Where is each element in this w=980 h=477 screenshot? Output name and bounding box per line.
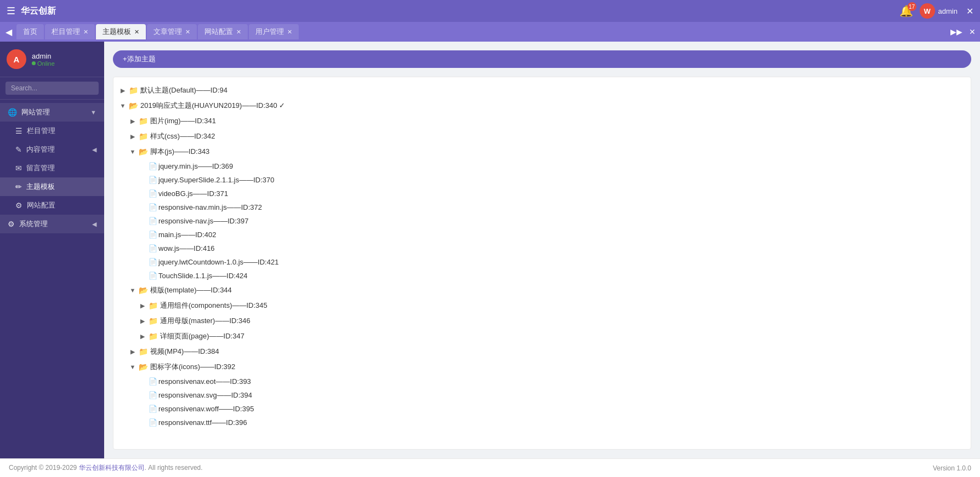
- tab-theme[interactable]: 主题模板 ✕: [96, 24, 146, 39]
- sidebar-user-status: Online: [32, 60, 55, 67]
- tab-column[interactable]: 栏目管理 ✕: [45, 24, 95, 39]
- main-layout: A admin Online 🌐 网站管理 ▼: [0, 42, 980, 458]
- footer-company-link[interactable]: 华云创新科技有限公司: [79, 464, 145, 472]
- tree-node-label: 通用组件(components)——ID:345: [160, 301, 267, 311]
- search-input[interactable]: [5, 82, 99, 95]
- tab-site-label: 网站配置: [204, 27, 233, 37]
- tree-row[interactable]: 📄responsivenav.svg——ID:394: [113, 388, 971, 402]
- tab-site-close[interactable]: ✕: [236, 28, 241, 36]
- tree-toggle-icon[interactable]: ▼: [129, 287, 136, 294]
- file-icon: 📄: [149, 176, 156, 184]
- tree-node-label: 脚本(js)——ID:343: [150, 147, 209, 157]
- tree-toggle-icon[interactable]: ▼: [119, 102, 127, 109]
- tree-toggle-icon[interactable]: ▶: [139, 302, 146, 309]
- tree-toggle-icon[interactable]: ▶: [119, 87, 127, 94]
- tree-row[interactable]: 📄jquery.SuperSlide.2.1.1.js——ID:370: [113, 173, 971, 187]
- tree-row[interactable]: ▶📁图片(img)——ID:341: [113, 113, 971, 129]
- folder-icon: 📁: [149, 301, 158, 310]
- tab-home-label: 首页: [23, 27, 37, 37]
- tab-forward-icon[interactable]: ▶▶: [948, 26, 965, 37]
- column-mgmt-label: 栏目管理: [27, 126, 55, 136]
- sidebar-avatar: A: [7, 49, 26, 69]
- site-config-label: 网站配置: [27, 200, 55, 210]
- footer: Copyright © 2019-2029 华云创新科技有限公司. All ri…: [0, 458, 980, 477]
- tab-theme-label: 主题模板: [102, 27, 131, 37]
- menu-group-website: 🌐 网站管理 ▼ ☰ 栏目管理 ✎ 内容管理 ◀ ✉: [0, 103, 104, 215]
- header-close-icon[interactable]: ✕: [966, 6, 973, 16]
- folder-icon: 📁: [129, 86, 138, 95]
- msg-mgmt-label: 留言管理: [26, 163, 55, 173]
- tree-row[interactable]: 📄jquery.lwtCountdown-1.0.js——ID:421: [113, 255, 971, 269]
- tree-node-label: responsivenav.eot——ID:393: [158, 377, 251, 386]
- tab-article[interactable]: 文章管理 ✕: [147, 24, 197, 39]
- tree-toggle-icon[interactable]: ▶: [129, 118, 136, 125]
- tree-row[interactable]: ▶📁视频(MP4)——ID:384: [113, 344, 971, 359]
- tree-toggle-icon[interactable]: ▶: [129, 348, 136, 355]
- tree-row[interactable]: 📄responsive-nav.min.js——ID:372: [113, 200, 971, 214]
- tree-row[interactable]: 📄responsivenav.eot——ID:393: [113, 375, 971, 388]
- tree-row[interactable]: 📄main.js——ID:402: [113, 228, 971, 242]
- sidebar-item-content-mgmt[interactable]: ✎ 内容管理 ◀: [0, 140, 104, 159]
- sidebar-item-theme-tpl[interactable]: ✏ 主题模板: [0, 177, 104, 196]
- folder-icon: 📁: [139, 132, 148, 141]
- tree-row[interactable]: ▼📂2019响应式主题(HUAYUN2019)——ID:340 ✓: [113, 98, 971, 113]
- tree-toggle-icon[interactable]: ▶: [139, 318, 146, 325]
- tree-row[interactable]: ▶📁通用母版(master)——ID:346: [113, 313, 971, 329]
- tree-row[interactable]: 📄videoBG.js——ID:371: [113, 187, 971, 200]
- add-theme-button[interactable]: +添加主题: [113, 50, 971, 68]
- tab-article-close[interactable]: ✕: [185, 28, 190, 36]
- brand-title: 华云创新: [21, 5, 56, 17]
- tab-user-close[interactable]: ✕: [287, 28, 292, 36]
- tab-user[interactable]: 用户管理 ✕: [249, 24, 299, 39]
- tree-row[interactable]: ▼📂脚本(js)——ID:343: [113, 144, 971, 159]
- tree-row[interactable]: 📄responsivenav.ttf——ID:396: [113, 416, 971, 429]
- tree-row[interactable]: 📄wow.js——ID:416: [113, 242, 971, 255]
- sidebar-item-website[interactable]: 🌐 网站管理 ▼: [0, 103, 104, 122]
- user-info-top[interactable]: W admin: [920, 3, 958, 19]
- tree-row[interactable]: ▼📂图标字体(icons)——ID:392: [113, 359, 971, 375]
- tree-row[interactable]: 📄responsivenav.woff——ID:395: [113, 402, 971, 416]
- site-icon: ⚙: [15, 201, 22, 210]
- tree-toggle-icon[interactable]: ▼: [129, 148, 136, 155]
- tab-column-close[interactable]: ✕: [83, 28, 88, 36]
- tab-home[interactable]: 首页: [16, 24, 44, 39]
- tree-row[interactable]: 📄jquery.min.js——ID:369: [113, 159, 971, 173]
- system-arrow-icon: ◀: [92, 221, 96, 228]
- content-mgmt-label: 内容管理: [26, 145, 55, 154]
- tree-node-label: 视频(MP4)——ID:384: [150, 347, 219, 357]
- tree-row[interactable]: ▶📁样式(css)——ID:342: [113, 129, 971, 144]
- tree-row[interactable]: 📄TouchSlide.1.1.js——ID:424: [113, 269, 971, 283]
- folder-icon: 📁: [139, 117, 148, 125]
- tree-node-label: 图片(img)——ID:341: [150, 116, 216, 126]
- sidebar-item-msg-mgmt[interactable]: ✉ 留言管理: [0, 159, 104, 177]
- tree-node-label: main.js——ID:402: [158, 231, 216, 239]
- tab-close-all-icon[interactable]: ✕: [967, 26, 978, 37]
- tree-toggle-icon[interactable]: ▶: [129, 133, 136, 140]
- tree-row[interactable]: ▶📁通用组件(components)——ID:345: [113, 298, 971, 313]
- sidebar-user-name: admin: [32, 52, 55, 60]
- tree-toggle-icon[interactable]: ▼: [129, 364, 136, 370]
- sidebar-item-column-mgmt[interactable]: ☰ 栏目管理: [0, 122, 104, 140]
- folder-icon: 📂: [139, 147, 148, 156]
- sidebar-item-system[interactable]: ⚙ 系统管理 ◀: [0, 215, 104, 233]
- tree-node-label: responsivenav.woff——ID:395: [158, 405, 254, 413]
- tree-node-label: 默认主题(Default)——ID:94: [140, 85, 227, 95]
- file-icon: 📄: [149, 405, 156, 413]
- notification-bell[interactable]: 🔔 17: [899, 4, 913, 18]
- tree-row[interactable]: 📄responsive-nav.js——ID:397: [113, 214, 971, 228]
- tab-back-button[interactable]: ◀: [2, 25, 15, 39]
- tab-site[interactable]: 网站配置 ✕: [198, 24, 248, 39]
- file-icon: 📄: [149, 217, 156, 225]
- tree-node-label: responsivenav.ttf——ID:396: [158, 418, 247, 427]
- tree-row[interactable]: ▶📁详细页面(page)——ID:347: [113, 329, 971, 344]
- tab-theme-close[interactable]: ✕: [134, 28, 139, 36]
- hamburger-icon[interactable]: ☰: [7, 5, 15, 17]
- folder-icon: 📁: [149, 317, 158, 325]
- file-icon: 📄: [149, 231, 156, 239]
- sidebar-item-site-config[interactable]: ⚙ 网站配置: [0, 196, 104, 215]
- msg-icon: ✉: [15, 164, 22, 173]
- menu-group-system: ⚙ 系统管理 ◀: [0, 215, 104, 233]
- tree-row[interactable]: ▶📁默认主题(Default)——ID:94: [113, 83, 971, 98]
- tree-row[interactable]: ▼📂模版(template)——ID:344: [113, 283, 971, 298]
- tree-toggle-icon[interactable]: ▶: [139, 333, 146, 340]
